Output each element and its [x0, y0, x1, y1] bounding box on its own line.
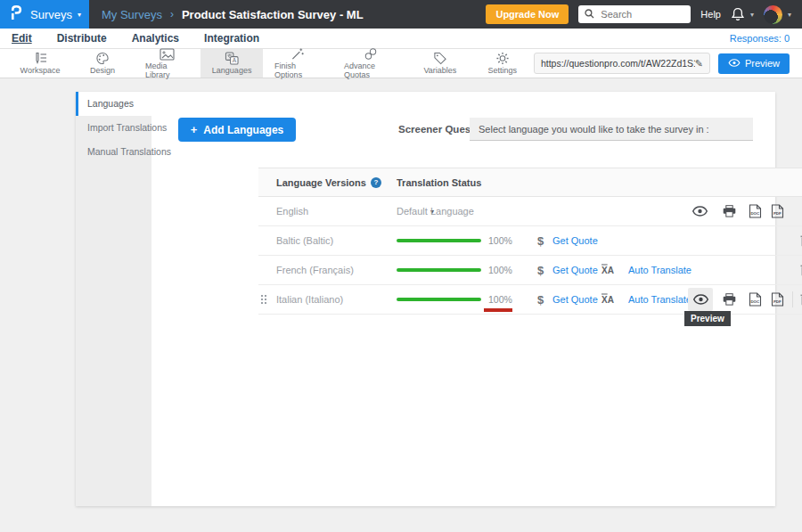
toolbar-item-workspace[interactable]: Workspace: [9, 49, 71, 78]
print-icon[interactable]: [723, 293, 736, 306]
app-screen: Surveys ▾ My Surveys › Product Satisfact…: [0, 0, 802, 532]
translation-progress-bar: [397, 268, 481, 272]
product-switcher[interactable]: Surveys ▾: [0, 0, 89, 29]
table-row-baltic: Baltic (Baltic) 100% $ Get Quote: [258, 226, 802, 256]
dollar-icon: $: [537, 264, 544, 277]
search-icon: [585, 6, 594, 22]
auto-translate-icon: XA: [602, 266, 614, 275]
tab-integration[interactable]: Integration: [192, 32, 272, 45]
chevron-down-icon: ▾: [78, 11, 81, 19]
search-input[interactable]: [599, 8, 677, 20]
add-languages-button[interactable]: + Add Languages: [178, 118, 296, 142]
preview-button-label: Preview: [745, 58, 780, 69]
drag-handle[interactable]: [260, 294, 267, 305]
toolbar-item-finish-options[interactable]: Finish Options: [263, 49, 332, 78]
sidebar-item-import-translations[interactable]: Import Translations: [76, 116, 151, 140]
languages-table: Language Versions ? Translation Status E…: [258, 168, 802, 315]
translation-progress-bar: [397, 239, 481, 242]
auto-translate-link[interactable]: Auto Translate: [628, 265, 692, 275]
sidebar-item-languages[interactable]: Languages: [76, 92, 151, 116]
palette-icon: [95, 52, 110, 65]
svg-text:PDF: PDF: [773, 299, 782, 304]
table-header: Language Versions ? Translation Status: [258, 168, 802, 197]
survey-nav: Edit Distribute Analytics Integration Re…: [0, 29, 802, 49]
translate-icon: A: [225, 52, 239, 65]
toolbar-item-settings[interactable]: Settings: [471, 49, 534, 78]
dollar-icon: $: [537, 234, 544, 248]
eye-icon: [728, 58, 741, 69]
get-quote-link[interactable]: Get Quote: [552, 235, 598, 246]
column-translation-status: Translation Status: [397, 177, 481, 188]
column-language-versions: Language Versions ?: [276, 177, 381, 188]
screener-question-field[interactable]: Select language you would like to take t…: [470, 118, 753, 141]
tab-distribute[interactable]: Distribute: [45, 32, 119, 45]
add-languages-label: Add Languages: [203, 124, 283, 136]
preview-tooltip: Preview: [684, 311, 731, 326]
print-icon[interactable]: [723, 205, 736, 217]
get-quote-link[interactable]: Get Quote: [552, 294, 598, 305]
notifications-bell-icon[interactable]: [731, 7, 745, 21]
workspace-icon: [33, 52, 47, 65]
sidebar-item-manual-translations[interactable]: Manual Translations: [76, 140, 151, 164]
preview-language-icon-hover[interactable]: [688, 288, 713, 311]
languages-main: + Add Languages Screener Question : Sele…: [151, 92, 775, 506]
toolbar-item-variables[interactable]: Variables: [409, 49, 471, 78]
toolbar-item-languages[interactable]: A Languages: [200, 49, 263, 78]
survey-url-field[interactable]: https://questionpro.com/t/AW22Zd1S1 ✎: [534, 53, 710, 74]
breadcrumb: My Surveys › Product Satisfaction Survey…: [102, 8, 364, 21]
avatar-caret-icon[interactable]: ▾: [788, 11, 791, 19]
export-doc-icon[interactable]: DOC: [748, 204, 762, 218]
table-row-french: French (Français) 100% $ Get Quote XA Au…: [258, 256, 802, 285]
upgrade-now-button[interactable]: Upgrade Now: [486, 4, 569, 24]
actions-divider: [792, 291, 793, 307]
languages-sidebar: Languages Import Translations Manual Tra…: [76, 92, 151, 506]
toolbar-item-media-library[interactable]: Media Library: [134, 49, 200, 78]
translate-a: A: [608, 295, 614, 305]
table-row-english: English ▾ Default Language: [258, 197, 802, 226]
chain-links-icon: [364, 47, 378, 61]
app-name: Surveys: [30, 8, 72, 21]
language-name: French (Français): [276, 265, 354, 275]
help-icon[interactable]: ?: [371, 177, 381, 188]
tab-edit[interactable]: Edit: [0, 32, 45, 45]
top-bar-right: Upgrade Now Help ▾ ▾: [486, 4, 802, 24]
toolbar-item-label: Media Library: [145, 61, 189, 79]
breadcrumb-my-surveys[interactable]: My Surveys: [102, 8, 162, 21]
export-pdf-icon[interactable]: PDF: [770, 292, 784, 307]
export-pdf-icon[interactable]: PDF: [770, 204, 784, 218]
auto-translate-icon: XA: [602, 295, 614, 305]
translation-percent: 100%: [488, 294, 512, 305]
get-quote-link[interactable]: Get Quote: [552, 265, 598, 275]
screener-question-value: Select language you would like to take t…: [479, 124, 709, 135]
help-link[interactable]: Help: [700, 9, 721, 20]
column-label: Language Versions: [276, 177, 366, 188]
tab-analytics[interactable]: Analytics: [119, 32, 192, 45]
responses-count[interactable]: Responses: 0: [730, 33, 802, 44]
toolbar-item-label: Settings: [488, 66, 518, 75]
export-doc-icon[interactable]: DOC: [748, 292, 762, 307]
preview-language-icon[interactable]: [692, 206, 708, 217]
toolbar-item-label: Languages: [212, 66, 252, 75]
edit-toolbar: Workspace Design Media Libr: [0, 49, 802, 78]
translation-percent: 100%: [488, 235, 512, 246]
questionpro-logo-icon: [10, 5, 22, 24]
edit-url-icon[interactable]: ✎: [695, 58, 703, 70]
bell-caret-icon[interactable]: ▾: [750, 11, 754, 19]
global-search[interactable]: [578, 5, 691, 23]
preview-button[interactable]: Preview: [718, 53, 790, 74]
svg-text:DOC: DOC: [750, 211, 760, 216]
language-name: Baltic (Baltic): [276, 235, 333, 246]
column-label: Translation Status: [397, 177, 481, 188]
image-icon: [160, 48, 175, 61]
avatar[interactable]: [764, 5, 782, 24]
translate-a: A: [608, 266, 614, 275]
toolbar-item-design[interactable]: Design: [71, 49, 134, 78]
auto-translate-link[interactable]: Auto Translate: [628, 294, 692, 305]
top-bar: Surveys ▾ My Surveys › Product Satisfact…: [0, 0, 802, 29]
tag-icon: [433, 52, 447, 65]
toolbar-item-label: Advance Quotas: [344, 61, 397, 79]
toolbar-right: https://questionpro.com/t/AW22Zd1S1 ✎ Pr…: [534, 49, 802, 78]
gear-icon: [495, 52, 510, 65]
toolbar-item-label: Workspace: [20, 66, 61, 75]
toolbar-item-advance-quotas[interactable]: Advance Quotas: [332, 49, 409, 78]
